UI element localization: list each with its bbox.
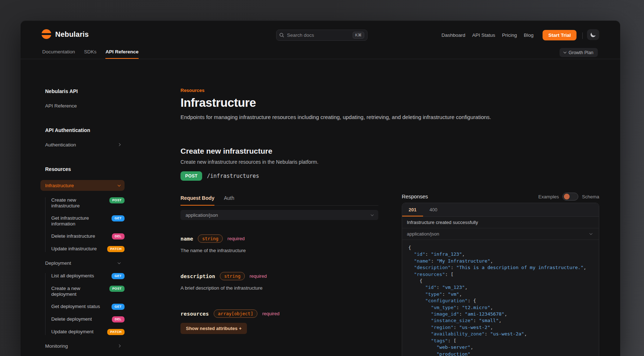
page-header: Resources Infrastructure Endpoints for m… bbox=[180, 88, 546, 120]
endpoint-row: POST /infrastructures bbox=[180, 171, 378, 181]
sidebar-item-authentication[interactable]: Authentication bbox=[40, 141, 125, 148]
method-badge-get: GET bbox=[112, 304, 125, 310]
content-type-select[interactable]: application/json bbox=[180, 210, 378, 220]
method-badge-get: GET bbox=[112, 215, 125, 221]
endpoint-title: Create new infrastructure bbox=[180, 147, 378, 155]
sidebar-item-create-new-infrastructure[interactable]: Create new infrastructurePOST bbox=[51, 197, 125, 209]
search-placeholder: Search docs bbox=[287, 32, 350, 38]
tab-documentation[interactable]: Documentation bbox=[42, 47, 75, 59]
nav-link-pricing[interactable]: Pricing bbox=[502, 32, 517, 38]
field-type-badge: array[object] bbox=[214, 309, 258, 318]
sidebar-item-delete-infrastructure[interactable]: Delete infrastructureDEL bbox=[51, 233, 125, 239]
nebularis-logo-icon bbox=[42, 29, 51, 39]
method-badge-get: GET bbox=[112, 273, 125, 279]
field-name: namestringrequiredThe name of the infras… bbox=[180, 234, 378, 253]
chevron-down-icon bbox=[118, 183, 121, 186]
examples-schema-toggle[interactable] bbox=[562, 193, 578, 201]
sidebar-item-update-deployment[interactable]: Update deploymentPATCH bbox=[51, 329, 125, 335]
tab-api-reference[interactable]: API Reference bbox=[105, 47, 139, 59]
sidebar-children: List all deploymentsGETCreate a new depl… bbox=[45, 273, 125, 335]
status-code-tabs: 201400 bbox=[402, 203, 599, 217]
sidebar-item-label: Update deployment bbox=[51, 329, 105, 335]
chevron-down-icon bbox=[564, 50, 566, 53]
method-badge-post: POST bbox=[180, 171, 202, 181]
plan-label: Growth Plan bbox=[569, 50, 593, 55]
field-type-badge: string bbox=[198, 234, 223, 243]
tab-request-body[interactable]: Request Body bbox=[180, 195, 214, 205]
nav-link-api-status[interactable]: API Status bbox=[472, 32, 495, 38]
sidebar-item-label: Create new infrastructure bbox=[51, 197, 105, 209]
header-bottom-border bbox=[21, 59, 620, 59]
sidebar-children: Create new infrastructurePOSTGet infrast… bbox=[45, 197, 125, 252]
sidebar-item-api-reference[interactable]: API Reference bbox=[40, 102, 125, 109]
sidebar-item-label: Update infrastructure bbox=[51, 246, 105, 252]
field-required-badge: required bbox=[249, 273, 267, 279]
field-row: descriptionstringrequired bbox=[180, 272, 378, 280]
field-description: A brief description of the infrastructur… bbox=[180, 285, 378, 291]
field-name-label: resources bbox=[180, 311, 209, 317]
response-content-type-value: application/json bbox=[407, 231, 439, 237]
sidebar-item-deployment[interactable]: Deployment bbox=[40, 259, 125, 267]
sidebar-item-monitoring[interactable]: Monitoring bbox=[40, 342, 125, 350]
growth-plan-dropdown[interactable]: Growth Plan bbox=[560, 48, 598, 57]
toggle-knob bbox=[564, 194, 570, 199]
request-tabs: Request BodyAuth bbox=[180, 195, 378, 206]
dark-mode-toggle-button[interactable] bbox=[587, 29, 599, 40]
doc-tabs: DocumentationSDKsAPI Reference bbox=[42, 47, 139, 59]
sidebar-item-update-infrastructure[interactable]: Update infrastructurePATCH bbox=[51, 246, 125, 252]
method-badge-patch: PATCH bbox=[107, 246, 125, 252]
chevron-right-icon bbox=[118, 143, 121, 146]
status-tab-400[interactable]: 400 bbox=[423, 203, 444, 216]
sidebar-item-label: Get infrastructure information bbox=[51, 215, 105, 227]
nav-link-blog[interactable]: Blog bbox=[524, 32, 534, 38]
sidebar-item-infrastructure[interactable]: Infrastructure bbox=[40, 180, 125, 191]
response-content-type-select[interactable]: application/json bbox=[402, 228, 599, 240]
endpoint-subtitle: Create new infrastructure resources in t… bbox=[180, 159, 378, 165]
sidebar-item-label: Monitoring bbox=[45, 343, 68, 349]
chevron-down-icon bbox=[371, 213, 374, 216]
brand-name: Nebularis bbox=[55, 30, 89, 39]
sidebar-item-label: Delete infrastructure bbox=[51, 233, 105, 239]
sidebar-item-get-deployment-status[interactable]: Get deployment statusGET bbox=[51, 304, 125, 310]
responses-title: Responses bbox=[402, 194, 428, 199]
start-trial-button[interactable]: Start Trial bbox=[543, 30, 576, 40]
sidebar-item-list-all-deployments[interactable]: List all deploymentsGET bbox=[51, 273, 125, 279]
field-required-badge: required bbox=[262, 311, 279, 316]
sidebar: Nebularis APIAPI ReferenceAPI Authentica… bbox=[40, 88, 125, 356]
response-code-block: { "id": "infra_123", "name": "My Infrast… bbox=[402, 240, 599, 356]
sidebar-item-label: API Reference bbox=[45, 103, 77, 109]
field-row: namestringrequired bbox=[180, 234, 378, 243]
method-badge-post: POST bbox=[109, 197, 125, 203]
sidebar-section-title: Nebularis API bbox=[40, 88, 125, 95]
examples-schema-toggle-group: Examples Schema bbox=[538, 193, 599, 201]
search-shortcut-badge: K⌘ bbox=[353, 32, 364, 39]
search-input[interactable]: Search docs K⌘ bbox=[276, 30, 367, 41]
responses-section: Responses Examples Schema 201400 Infrast… bbox=[402, 193, 599, 356]
tab-sdks[interactable]: SDKs bbox=[84, 47, 97, 59]
sidebar-item-label: List all deployments bbox=[51, 273, 105, 279]
field-name-label: description bbox=[180, 273, 215, 279]
response-message: Infrastructure created successfully bbox=[402, 217, 599, 228]
nav-link-dashboard[interactable]: Dashboard bbox=[441, 32, 465, 38]
field-description: descriptionstringrequiredA brief descrip… bbox=[180, 272, 378, 291]
response-card: 201400 Infrastructure created successful… bbox=[402, 203, 599, 356]
sidebar-item-delete-deployment[interactable]: Delete deploymentDEL bbox=[51, 316, 125, 322]
request-fields: namestringrequiredThe name of the infras… bbox=[180, 234, 378, 334]
sidebar-section-title: API Authentication bbox=[40, 127, 125, 134]
sidebar-item-create-a-new-deployment[interactable]: Create a new deploymentPOST bbox=[51, 286, 125, 297]
sidebar-section-title: Resources bbox=[40, 166, 125, 173]
show-nested-attributes-button[interactable]: Show nested attributes + bbox=[180, 323, 247, 334]
sidebar-item-get-infrastructure-information[interactable]: Get infrastructure informationGET bbox=[51, 215, 125, 227]
page-description: Endpoints for managing infrastructure re… bbox=[180, 114, 546, 120]
tab-auth[interactable]: Auth bbox=[224, 195, 234, 205]
field-required-badge: required bbox=[227, 236, 245, 241]
field-type-badge: string bbox=[220, 272, 245, 280]
search-icon bbox=[279, 33, 284, 38]
sidebar-item-label: Infrastructure bbox=[45, 183, 74, 188]
header-divider bbox=[582, 32, 583, 39]
chevron-down-icon bbox=[118, 261, 121, 264]
sidebar-item-label: Create a new deployment bbox=[51, 286, 105, 297]
field-name-label: name bbox=[180, 236, 193, 242]
page-title: Infrastructure bbox=[180, 96, 546, 110]
status-tab-201[interactable]: 201 bbox=[402, 203, 423, 216]
